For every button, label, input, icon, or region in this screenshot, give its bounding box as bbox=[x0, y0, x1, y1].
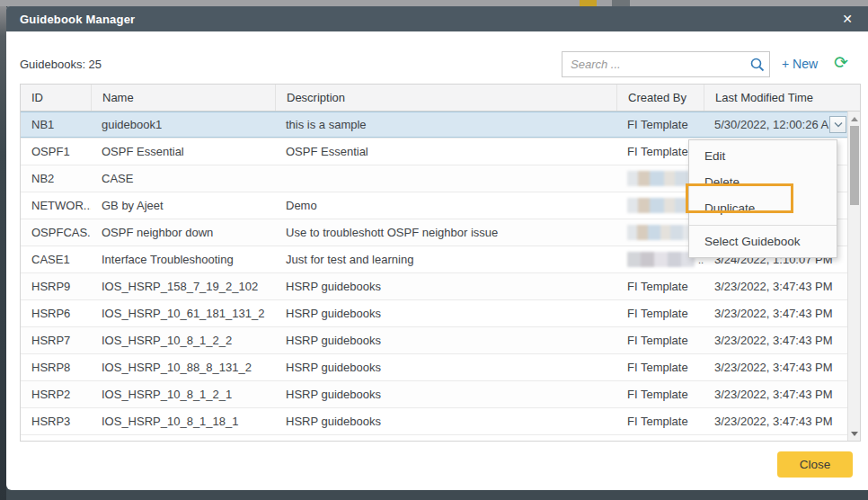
cell-created-by: FI Template bbox=[616, 354, 704, 380]
cell-id: OSPFCAS... bbox=[21, 219, 91, 246]
guidebook-table: IDNameDescriptionCreated ByLast Modified… bbox=[20, 84, 861, 442]
cell-id: OSPF1 bbox=[21, 138, 91, 165]
table-row[interactable]: HSRP2IOS_HSRP_10_8_1_2_1HSRP guidebooksF… bbox=[21, 381, 860, 408]
scroll-down-arrow-icon[interactable] bbox=[848, 427, 860, 440]
cell-last-modified: 3/23/2022, 3:47:43 PM bbox=[704, 354, 849, 380]
table-row[interactable]: HSRP7IOS_HSRP_10_8_1_2_2HSRP guidebooksF… bbox=[21, 327, 860, 354]
column-header-created-by: Created By bbox=[616, 85, 704, 111]
cell-id: HSRP6 bbox=[21, 300, 91, 326]
cell-name: CASE bbox=[91, 165, 275, 192]
cell-created-by: FI Template bbox=[616, 408, 704, 434]
cell-name: OSPF Essential bbox=[91, 138, 275, 165]
menu-item-edit[interactable]: Edit bbox=[689, 143, 837, 169]
table-row[interactable]: HSRP8IOS_HSRP_10_88_8_131_2HSRP guideboo… bbox=[21, 354, 860, 381]
cell-last-modified: 3/23/2022, 3:47:43 PM bbox=[704, 300, 849, 326]
cell-created-by: FI Template bbox=[616, 112, 704, 138]
table-row[interactable]: HSRP3IOS_HSRP_10_8_1_18_1HSRP guidebooks… bbox=[21, 408, 860, 435]
cell-name: Interface Troubleshooting bbox=[91, 246, 275, 272]
cell-id: HSRP9 bbox=[21, 273, 91, 299]
cell-name: IOS_HSRP_158_7_19_2_102 bbox=[91, 273, 275, 299]
cell-description: HSRP guidebooks bbox=[275, 300, 616, 326]
chevron-down-icon bbox=[834, 121, 843, 128]
cell-name: IOS_HSRP_10_8_1_2_1 bbox=[91, 381, 275, 407]
cell-description: HSRP guidebooks bbox=[275, 327, 616, 353]
cell-id: HSRP3 bbox=[21, 408, 91, 434]
cell-last-modified: 3/23/2022, 3:47:43 PM bbox=[704, 381, 849, 407]
close-icon[interactable]: ✕ bbox=[842, 13, 853, 25]
row-context-menu: EditDeleteDuplicateSelect Guidebook bbox=[688, 139, 837, 258]
cell-description: HSRP guidebooks bbox=[275, 273, 616, 299]
column-header-last-modified-time: Last Modified Time bbox=[704, 85, 849, 111]
cell-id: HSRP2 bbox=[21, 381, 91, 407]
cell-description bbox=[275, 165, 616, 192]
cell-name: IOS_HSRP_10_88_8_131_2 bbox=[91, 354, 275, 380]
dialog-titlebar: Guidebook Manager ✕ bbox=[6, 6, 868, 31]
background-page-left bbox=[0, 6, 6, 500]
cell-description: this is a sample bbox=[275, 112, 616, 138]
column-header-name: Name bbox=[91, 85, 275, 111]
close-button[interactable]: Close bbox=[777, 451, 853, 478]
cell-description: HSRP guidebooks bbox=[275, 354, 616, 380]
cell-last-modified: 5/30/2022, 12:00:26 A bbox=[704, 112, 849, 138]
new-guidebook-button[interactable]: + New bbox=[782, 57, 818, 71]
menu-item-delete[interactable]: Delete bbox=[689, 169, 837, 195]
menu-item-select-guidebook[interactable]: Select Guidebook bbox=[689, 225, 837, 254]
cell-created-by: FI Template bbox=[616, 300, 704, 326]
cell-created-by: FI Template bbox=[616, 327, 704, 353]
table-row[interactable]: NB1guidebook1this is a sampleFI Template… bbox=[21, 112, 860, 138]
background-yellow-fragment bbox=[580, 0, 597, 6]
cell-name: IOS_HSRP_10_8_1_2_2 bbox=[91, 327, 275, 353]
censored-name-blur bbox=[627, 225, 697, 240]
cell-description: Just for test and learning bbox=[275, 246, 616, 272]
background-gray-fragment bbox=[612, 0, 630, 6]
refresh-icon[interactable]: ⟳ bbox=[834, 54, 848, 71]
censored-name-blur bbox=[627, 252, 695, 267]
cell-id: NETWOR... bbox=[21, 192, 91, 219]
table-row[interactable]: HSRP6IOS_HSRP_10_61_181_131_2HSRP guideb… bbox=[21, 300, 860, 327]
cell-name: IOS_HSRP_10_61_181_131_2 bbox=[91, 300, 275, 326]
cell-id: CASE1 bbox=[21, 246, 91, 272]
cell-description: Demo bbox=[275, 192, 616, 219]
cell-id: HSRP7 bbox=[21, 327, 91, 353]
column-header-id: ID bbox=[21, 85, 91, 111]
search-input[interactable] bbox=[562, 58, 746, 71]
table-row[interactable]: HSRP9IOS_HSRP_158_7_19_2_102HSRP guidebo… bbox=[21, 273, 860, 300]
table-header: IDNameDescriptionCreated ByLast Modified… bbox=[21, 85, 860, 112]
cell-name: IOS_HSRP_10_8_1_18_1 bbox=[91, 408, 275, 434]
cell-last-modified: 3/23/2022, 3:47:43 PM bbox=[704, 327, 849, 353]
guidebook-count-label: Guidebooks: 25 bbox=[20, 58, 102, 71]
search-icon[interactable] bbox=[746, 57, 769, 73]
cell-id: NB1 bbox=[21, 112, 91, 138]
background-page-top bbox=[0, 0, 868, 6]
cell-description: HSRP guidebooks bbox=[275, 408, 616, 434]
cell-description: HSRP guidebooks bbox=[275, 381, 616, 407]
scrollbar-thumb[interactable] bbox=[850, 126, 859, 205]
cell-created-by: FI Template bbox=[616, 273, 704, 299]
column-header-description: Description bbox=[275, 85, 616, 111]
scroll-up-arrow-icon[interactable] bbox=[848, 112, 860, 125]
cell-id: HSRP8 bbox=[21, 354, 91, 380]
cell-id: NB2 bbox=[21, 165, 91, 192]
vertical-scrollbar[interactable] bbox=[847, 112, 860, 441]
dialog-title: Guidebook Manager bbox=[20, 13, 135, 26]
guidebook-manager-dialog: Guidebook Manager ✕ Guidebooks: 25 + New… bbox=[6, 6, 868, 490]
cell-name: guidebook1 bbox=[91, 112, 275, 138]
row-actions-dropdown-button[interactable] bbox=[829, 116, 846, 133]
cell-description: Use to troubleshott OSPF neighbor issue bbox=[275, 219, 616, 246]
cell-description: OSPF Essential bbox=[275, 138, 616, 165]
cell-last-modified: 3/23/2022, 3:47:43 PM bbox=[704, 273, 849, 299]
cell-name: GB by Ajeet bbox=[91, 192, 275, 219]
cell-name: OSPF neighbor down bbox=[91, 219, 275, 246]
cell-last-modified: 3/23/2022, 3:47:43 PM bbox=[704, 408, 849, 434]
search-box bbox=[562, 51, 770, 77]
cell-created-by: FI Template bbox=[616, 381, 704, 407]
menu-item-duplicate[interactable]: Duplicate bbox=[689, 195, 837, 221]
